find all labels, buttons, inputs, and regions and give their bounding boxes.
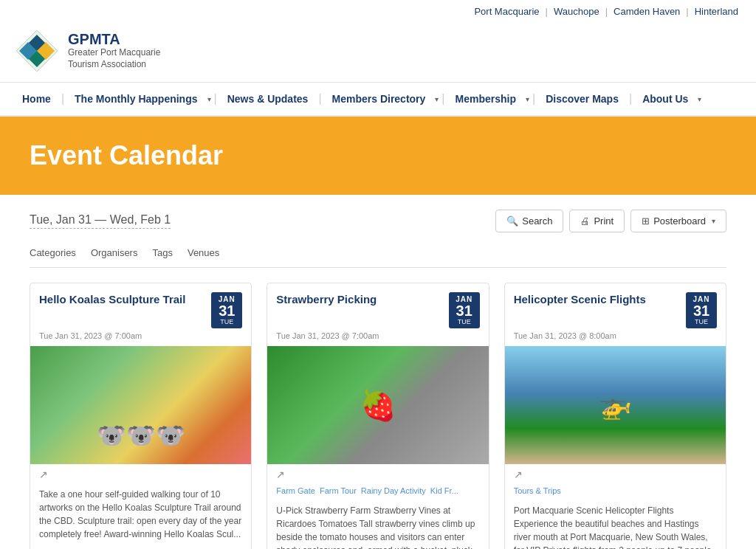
posterboard-button[interactable]: ⊞ Posterboard ▾ — [630, 210, 726, 232]
location-label: Wauchope — [554, 6, 599, 17]
separator: | — [546, 6, 548, 17]
nav-link-membership[interactable]: Membership — [448, 83, 523, 115]
print-label: Print — [594, 215, 614, 227]
site-header: GPMTA Greater Port Macquarie Tourism Ass… — [0, 23, 756, 83]
nav-link-news[interactable]: News & Updates — [220, 83, 316, 115]
main-content: Tue, Jan 31 — Wed, Feb 1 🔍 Search 🖨 Prin… — [0, 195, 756, 549]
org-short-name: GPMTA — [68, 31, 160, 47]
main-nav: Home | The Monthly Happenings ▾ | News &… — [0, 83, 756, 117]
event-tag[interactable]: Rainy Day Activity — [361, 486, 426, 495]
search-label: Search — [522, 215, 552, 227]
filter-tabs: Categories Organisers Tags Venues — [30, 244, 726, 268]
event-date-badge: JAN 31 TUE — [449, 292, 480, 328]
event-card: Helicopter Scenic Flights JAN 31 TUE Tue… — [504, 283, 726, 549]
print-icon: 🖨 — [580, 215, 590, 227]
logo-text: GPMTA Greater Port Macquarie Tourism Ass… — [68, 31, 160, 70]
event-tag[interactable]: Farm Gate — [276, 486, 315, 495]
nav-item-members[interactable]: Members Directory ▾ — [325, 83, 439, 115]
calendar-controls: Tue, Jan 31 — Wed, Feb 1 🔍 Search 🖨 Prin… — [30, 210, 726, 232]
event-card-header: Helicopter Scenic Flights JAN 31 TUE — [505, 283, 726, 331]
grid-icon: ⊞ — [642, 215, 650, 227]
separator: | — [605, 6, 608, 17]
nav-separator: | — [626, 92, 635, 106]
event-image[interactable] — [267, 346, 488, 464]
nav-link-about[interactable]: About Us — [635, 83, 695, 115]
event-image[interactable] — [30, 346, 251, 464]
event-title[interactable]: Helicopter Scenic Flights — [514, 292, 678, 307]
nav-item-monthly[interactable]: The Monthly Happenings ▾ — [67, 83, 210, 115]
event-tags: Farm Gate Farm Tour Rainy Day Activity K… — [267, 485, 488, 501]
logo-area[interactable]: GPMTA Greater Port Macquarie Tourism Ass… — [15, 29, 160, 73]
event-description: Take a one hour self-guided walking tour… — [30, 485, 251, 549]
posterboard-label: Posterboard — [653, 215, 706, 227]
nav-separator: | — [529, 92, 538, 106]
search-icon: 🔍 — [506, 215, 518, 227]
nav-link-monthly[interactable]: The Monthly Happenings — [67, 83, 205, 115]
event-datetime: Tue Jan 31, 2023 @ 8:00am — [505, 331, 726, 346]
share-icon[interactable]: ↗ — [505, 464, 726, 485]
share-icon[interactable]: ↗ — [30, 464, 251, 485]
nav-item-about[interactable]: About Us ▾ — [635, 83, 701, 115]
page-banner: Event Calendar — [0, 117, 756, 195]
print-button[interactable]: 🖨 Print — [569, 210, 625, 232]
share-arrow-icon: ↗ — [39, 469, 48, 480]
event-tag[interactable]: Tours & Trips — [514, 486, 561, 495]
location-label: Hinterland — [695, 6, 738, 17]
nav-item-home[interactable]: Home — [15, 83, 58, 115]
event-title[interactable]: Strawberry Picking — [276, 292, 441, 307]
event-day: 31 — [692, 303, 711, 318]
nav-separator: | — [211, 92, 220, 106]
filter-tab-organisers[interactable]: Organisers — [91, 244, 138, 261]
date-range: Tue, Jan 31 — Wed, Feb 1 — [30, 213, 171, 229]
event-day: 31 — [455, 303, 474, 318]
search-button[interactable]: 🔍 Search — [495, 210, 563, 232]
filter-tab-categories[interactable]: Categories — [30, 244, 76, 261]
calendar-actions: 🔍 Search 🖨 Print ⊞ Posterboard ▾ — [495, 210, 726, 232]
nav-link-home[interactable]: Home — [15, 83, 58, 115]
nav-link-discover[interactable]: Discover Maps — [538, 83, 626, 115]
nav-item-news[interactable]: News & Updates — [220, 83, 316, 115]
chevron-down-icon: ▾ — [712, 217, 715, 225]
event-datetime: Tue Jan 31, 2023 @ 7:00am — [30, 331, 251, 346]
event-description: U-Pick Strawberry Farm Strawberry Vines … — [267, 501, 488, 549]
nav-separator: | — [439, 92, 447, 106]
share-arrow-icon: ↗ — [276, 469, 285, 480]
share-icon[interactable]: ↗ — [267, 464, 488, 485]
separator: | — [686, 6, 688, 17]
event-tag[interactable]: Kid Fr... — [430, 486, 458, 495]
nav-separator: | — [58, 92, 67, 106]
event-title[interactable]: Hello Koalas Sculpture Trail — [39, 292, 204, 307]
filter-tab-venues[interactable]: Venues — [188, 244, 219, 261]
org-subtitle: Tourism Association — [68, 59, 160, 71]
logo-icon — [15, 29, 59, 73]
nav-item-membership[interactable]: Membership ▾ — [448, 83, 529, 115]
event-date-badge: JAN 31 TUE — [686, 292, 717, 328]
event-card: Strawberry Picking JAN 31 TUE Tue Jan 31… — [267, 283, 489, 549]
event-dow: TUE — [217, 318, 236, 325]
share-arrow-icon: ↗ — [514, 469, 523, 480]
event-card-header: Hello Koalas Sculpture Trail JAN 31 TUE — [30, 283, 251, 331]
nav-separator: | — [315, 92, 324, 106]
page-title: Event Calendar — [30, 140, 726, 171]
event-card: Hello Koalas Sculpture Trail JAN 31 TUE … — [30, 283, 252, 549]
org-name: Greater Port Macquarie — [68, 47, 160, 59]
event-datetime: Tue Jan 31, 2023 @ 7:00am — [267, 331, 488, 346]
event-image[interactable] — [505, 346, 726, 464]
event-card-header: Strawberry Picking JAN 31 TUE — [267, 283, 488, 331]
event-description: Port Macquarie Scenic Helicopter Flights… — [505, 501, 726, 549]
top-bar: Port Macquarie | Wauchope | Camden Haven… — [0, 0, 756, 23]
event-dow: TUE — [692, 318, 711, 325]
nav-item-discover[interactable]: Discover Maps — [538, 83, 626, 115]
chevron-down-icon: ▾ — [698, 95, 701, 103]
event-date-badge: JAN 31 TUE — [211, 292, 242, 328]
event-tag[interactable]: Farm Tour — [320, 486, 357, 495]
location-label: Camden Haven — [614, 6, 680, 17]
location-label: Port Macquarie — [474, 6, 539, 17]
events-grid: Hello Koalas Sculpture Trail JAN 31 TUE … — [30, 283, 726, 549]
nav-link-members[interactable]: Members Directory — [325, 83, 433, 115]
filter-tab-tags[interactable]: Tags — [152, 244, 172, 261]
event-dow: TUE — [455, 318, 474, 325]
event-day: 31 — [217, 303, 236, 318]
event-tags: Tours & Trips — [505, 485, 726, 501]
